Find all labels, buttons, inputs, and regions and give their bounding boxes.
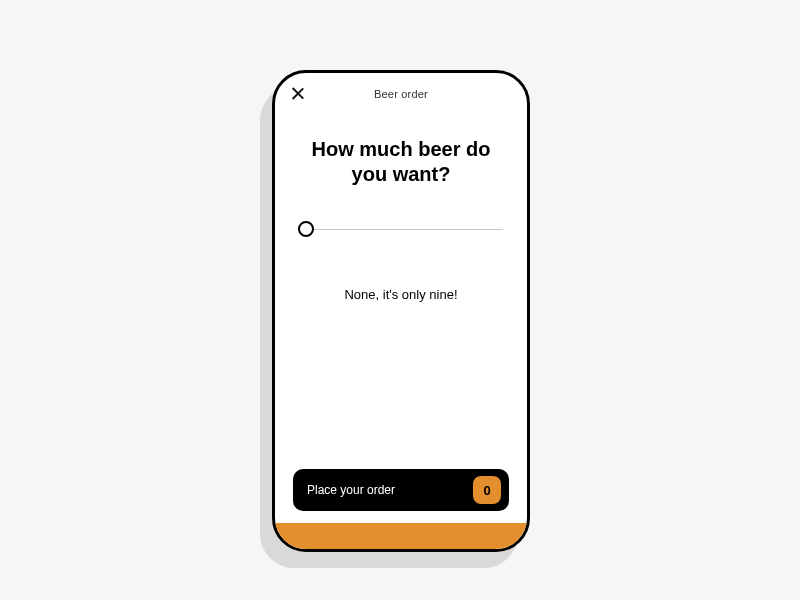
order-count-badge: 0 [473,476,501,504]
header: Beer order [275,73,527,115]
slider-track [299,229,503,230]
place-order-label: Place your order [307,483,473,497]
close-icon[interactable] [291,87,305,101]
spacer [275,302,527,469]
footer-accent-strip [275,523,527,549]
slider-caption: None, it's only nine! [275,287,527,302]
screen-title: Beer order [374,88,428,100]
place-order-button[interactable]: Place your order 0 [293,469,509,511]
slider-thumb[interactable] [298,221,314,237]
canvas: Beer order How much beer do you want? No… [0,0,800,600]
question-heading: How much beer do you want? [275,137,527,187]
quantity-slider[interactable] [299,219,503,239]
phone-frame: Beer order How much beer do you want? No… [272,70,530,552]
